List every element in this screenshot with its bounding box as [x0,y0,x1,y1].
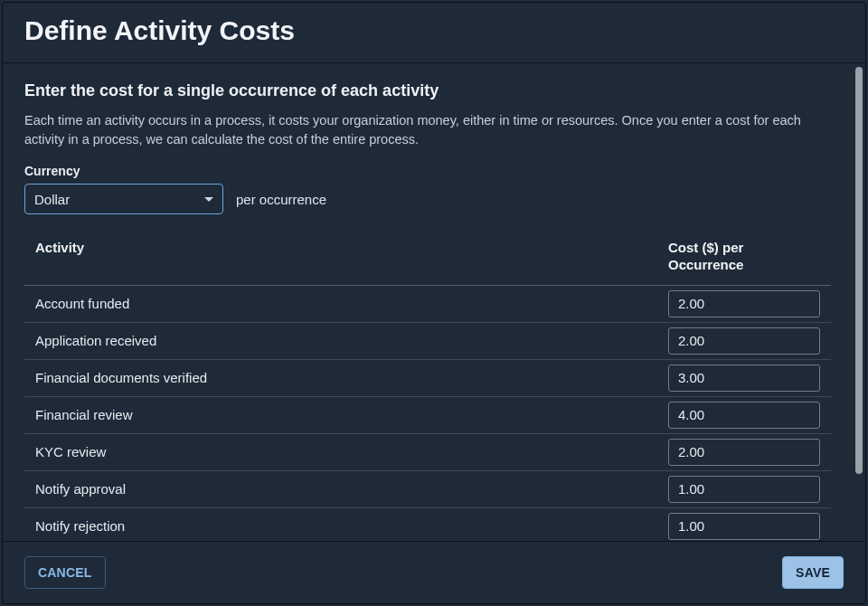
activity-label: Financial documents verified [35,370,668,385]
vertical-scrollbar[interactable] [853,63,865,541]
cost-input[interactable]: 2.00 [668,439,820,466]
table-row: Financial documents verified3.00 [24,359,831,396]
dialog-footer: CANCEL SAVE [3,541,865,603]
dialog-header: Define Activity Costs [3,3,865,62]
dialog-body-wrap: Enter the cost for a single occurrence o… [3,62,865,541]
table-row: Account funded2.00 [24,285,831,322]
table-rows: Account funded2.00Application received2.… [24,285,831,541]
section-description: Each time an activity occurs in a proces… [24,111,829,149]
table-row: Application received2.00 [24,322,831,359]
define-activity-costs-dialog: Define Activity Costs Enter the cost for… [2,2,866,604]
dialog-body: Enter the cost for a single occurrence o… [3,63,853,541]
chevron-down-icon [204,197,213,202]
cost-input[interactable]: 1.00 [668,513,820,540]
table-header: Activity Cost ($) per Occurrence [24,234,831,285]
scrollbar-thumb[interactable] [855,67,863,474]
currency-select[interactable]: Dollar [24,184,223,214]
cost-input[interactable]: 3.00 [668,365,820,392]
per-occurrence-text: per occurrence [236,192,326,207]
activity-label: Application received [35,333,668,348]
cost-input[interactable]: 2.00 [668,290,820,317]
table-row: Notify rejection1.00 [24,507,831,541]
activity-label: Notify approval [35,481,668,497]
col-cost: Cost ($) per Occurrence [668,240,820,274]
activity-label: Account funded [35,296,668,311]
col-activity: Activity [35,240,668,274]
table-row: Notify approval1.00 [24,470,831,507]
currency-label: Currency [24,164,831,178]
cost-input[interactable]: 2.00 [668,327,820,355]
cost-input[interactable]: 4.00 [668,402,820,429]
currency-row: Dollar per occurrence [24,184,831,214]
save-button[interactable]: SAVE [782,556,844,589]
activity-label: Notify rejection [35,518,668,534]
currency-select-value: Dollar [34,192,70,207]
cost-input[interactable]: 1.00 [668,476,820,503]
table-row: Financial review4.00 [24,396,831,433]
table-row: KYC review2.00 [24,433,831,470]
cancel-button[interactable]: CANCEL [24,556,106,589]
section-subheading: Enter the cost for a single occurrence o… [24,81,831,100]
dialog-title: Define Activity Costs [24,15,844,46]
activity-label: Financial review [35,407,668,422]
activity-label: KYC review [35,444,668,459]
